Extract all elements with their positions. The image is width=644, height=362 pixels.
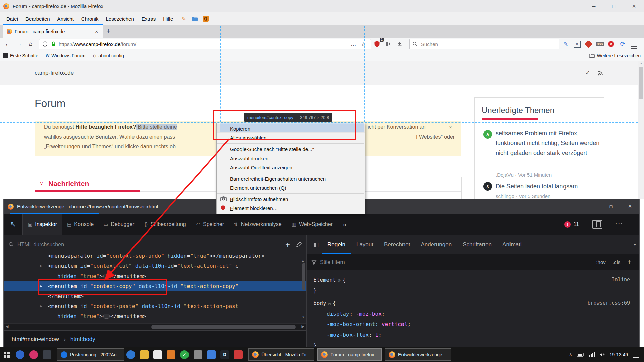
menu-item-barrierefreiheit[interactable]: Barrierefreiheit-Eigenschaften untersuch…: [217, 174, 365, 183]
selector-highlighter-icon[interactable]: ◎: [338, 278, 340, 283]
taskbar-app-icon-3[interactable]: [151, 347, 164, 362]
hamburger-menu-icon[interactable]: [629, 39, 639, 49]
markup-hscrollbar[interactable]: ◀ ▶: [4, 323, 306, 330]
css-declaration[interactable]: -moz-box-orient: vertical;: [313, 319, 639, 329]
qip-icon[interactable]: Q: [203, 16, 209, 22]
markup-line[interactable]: ▶<menuitem id="context-cut" data-l10n-id…: [4, 261, 306, 271]
expand-icon[interactable]: ▶: [40, 301, 42, 311]
bookmark-about-config[interactable]: ⊙ about:config: [93, 53, 124, 58]
tab-regeln[interactable]: Regeln: [322, 235, 351, 254]
scrollbar-thumb[interactable]: [639, 67, 643, 99]
search-input[interactable]: [420, 41, 556, 47]
shield-icon[interactable]: [42, 41, 48, 47]
collapse-chevron-icon[interactable]: ∨: [40, 180, 43, 186]
taskbar-app-icon-5[interactable]: ✓: [178, 347, 191, 362]
minimize-button[interactable]: ─: [584, 0, 604, 12]
node-picker-icon[interactable]: ↖: [4, 214, 23, 235]
ublock-icon[interactable]: 1: [372, 39, 382, 49]
add-node-icon[interactable]: +: [280, 240, 296, 249]
menu-item-auswahl-drucken[interactable]: Auswahl drucken: [217, 154, 365, 163]
devtools-menu-icon[interactable]: ⋯: [615, 219, 623, 227]
site-name[interactable]: camp-firefox.de: [35, 70, 74, 76]
css-declaration[interactable]: display: -moz-box;: [313, 309, 639, 319]
menu-item-element-untersuchen[interactable]: Element untersuchen (Q): [217, 183, 365, 192]
notice-close-icon[interactable]: ×: [449, 124, 452, 130]
url-bar[interactable]: https://www.camp-firefox.de/forum/ … ☆: [39, 39, 371, 49]
tab-schriftarten[interactable]: Schriftarten: [457, 235, 497, 254]
battery-icon[interactable]: [577, 353, 584, 357]
tab-stilbearbeitung[interactable]: {}Stilbearbeitung: [140, 214, 191, 235]
home-button[interactable]: ⌂: [25, 39, 36, 49]
class-toggle-button[interactable]: .cls: [609, 258, 624, 266]
mark-read-icon[interactable]: ✓: [585, 69, 590, 76]
taskbar-app-icon-8[interactable]: D: [218, 347, 231, 362]
menu-extras[interactable]: Extras: [138, 16, 160, 22]
tab-overflow-icon[interactable]: ▾: [634, 242, 636, 247]
tab-aenderungen[interactable]: Änderungen: [415, 235, 457, 254]
avatar[interactable]: s: [483, 182, 492, 191]
error-badge[interactable]: ! 11: [564, 214, 579, 235]
menu-ansicht[interactable]: Ansicht: [54, 16, 77, 22]
rule-body[interactable]: body◎{browser.css:69: [313, 298, 639, 309]
marker-extension-icon[interactable]: ✎: [560, 39, 571, 49]
notification-center-icon[interactable]: [633, 352, 639, 358]
sync-icon[interactable]: ⟳: [617, 39, 628, 49]
close-button[interactable]: ×: [624, 0, 644, 12]
more-bookmarks[interactable]: Weitere Lesezeichen: [589, 53, 641, 58]
topic-link[interactable]: Die Seiten laden total langsam: [496, 182, 600, 191]
scrollbar-thumb[interactable]: [151, 325, 296, 329]
topic-link[interactable]: seltsames Problem mit Firefox, funktioni…: [496, 129, 600, 158]
devtools-minimize-button[interactable]: ─: [583, 199, 602, 214]
section-title[interactable]: Nachrichten: [48, 180, 89, 188]
forward-button[interactable]: →: [13, 39, 25, 49]
menu-hilfe[interactable]: Hilfe: [159, 16, 177, 22]
menu-item-element-blockieren[interactable]: Element blockieren…: [217, 204, 365, 213]
task-posteingang[interactable]: Posteingang - 2002An...: [57, 348, 124, 361]
network-icon[interactable]: [589, 352, 595, 357]
css-declaration[interactable]: -moz-box-flex: 1;: [313, 329, 639, 340]
more-tools-icon[interactable]: »: [338, 214, 352, 235]
sidebar-toggle-icon[interactable]: ◧: [313, 241, 319, 248]
brush-extension-icon[interactable]: [583, 39, 594, 49]
taskbar-app-icon-9[interactable]: [231, 347, 245, 362]
rss-icon[interactable]: [598, 70, 603, 76]
tab-animationen[interactable]: Animati: [497, 235, 527, 254]
taskbar-app-icon-6[interactable]: [191, 347, 205, 362]
lock-icon[interactable]: [51, 41, 56, 47]
selector-highlighter-icon[interactable]: ◎: [328, 301, 331, 306]
compose-icon[interactable]: ✎: [181, 15, 186, 22]
tab-layout[interactable]: Layout: [351, 235, 379, 254]
taskbar-app-icon-7[interactable]: [205, 347, 218, 362]
scroll-right-icon[interactable]: ▶: [302, 324, 304, 329]
taskbar-app-icon-1[interactable]: [124, 347, 138, 362]
v-extension-icon[interactable]: V: [572, 39, 582, 49]
add-rule-button[interactable]: +: [624, 258, 635, 266]
search-bar[interactable]: [409, 39, 559, 49]
tray-expand-icon[interactable]: ∧: [569, 352, 572, 357]
page-actions-icon[interactable]: …: [348, 41, 359, 47]
download-icon[interactable]: [394, 39, 405, 49]
scroll-left-icon[interactable]: ◀: [6, 324, 8, 329]
bookmark-star-icon[interactable]: ☆: [359, 41, 368, 47]
page-scrollbar[interactable]: ▲: [638, 61, 644, 199]
url-input[interactable]: https://www.camp-firefox.de/forum/: [59, 41, 348, 47]
taskbar-app-icon-2[interactable]: [138, 347, 151, 362]
tab-netzwerkanalyse[interactable]: ⇅Netzwerkanalyse: [229, 214, 287, 235]
menu-item-bildschirmfoto[interactable]: Bildschirmfoto aufnehmen: [217, 195, 365, 204]
menu-item-quelltext-anzeigen[interactable]: Auswahl-Quelltext anzeigen: [217, 163, 365, 172]
tab-debugger[interactable]: ▭Debugger: [99, 214, 140, 235]
tab-close-icon[interactable]: ×: [94, 28, 99, 34]
markup-line[interactable]: ▶<menuitem id="context-paste" data-l10n-…: [4, 301, 306, 311]
rule-location-link[interactable]: browser.css:69: [588, 298, 630, 308]
devtools-maximize-button[interactable]: □: [602, 199, 621, 214]
responsive-mode-icon[interactable]: [592, 220, 602, 229]
back-button[interactable]: ←: [2, 39, 13, 49]
expand-icon[interactable]: ▶: [40, 261, 42, 271]
tab-konsole[interactable]: ▤Konsole: [62, 214, 99, 235]
taskbar-app-icon-4[interactable]: [164, 347, 178, 362]
eyedropper-icon[interactable]: [296, 242, 302, 248]
maximize-button[interactable]: □: [604, 0, 624, 12]
quick-launch-icon-2[interactable]: [27, 347, 40, 362]
scroll-up-icon[interactable]: ▲: [640, 62, 643, 65]
menu-item-google-suche[interactable]: Google-Suche nach "Bitte stelle de...": [217, 145, 365, 154]
